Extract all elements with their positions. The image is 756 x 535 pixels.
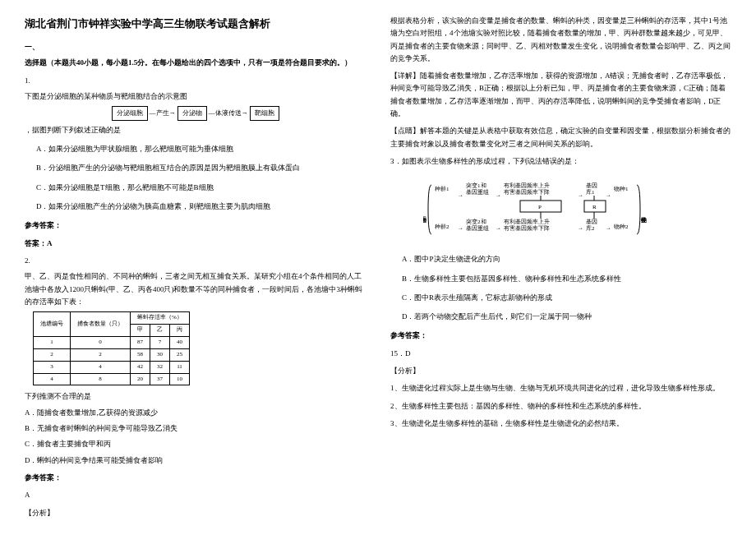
table-row: 22583025 — [34, 348, 190, 361]
flow-box-b: 分泌物 — [177, 106, 207, 121]
q2-option-c: C．捕食者主要捕食甲和丙 — [25, 438, 366, 450]
q3-analysis-3: 3、生物进化是生物多样性的基础，生物多样性是生物进化的必然结果。 — [390, 417, 731, 430]
svg-text:基因库1: 基因库1 — [586, 182, 597, 196]
q2-prompt: 下列推测不合理的是 — [25, 390, 366, 403]
q2-data-table: 池塘编号 捕食者数量（只） 蝌蚪存活率（%） 甲 乙 丙 1087740 225… — [33, 311, 190, 385]
svg-text:有利基因频率上升有害基因频率下降: 有利基因频率上升有害基因频率下降 — [504, 219, 550, 232]
q1-option-b: B．分泌细胞产生的分泌物与靶细胞相互结合的原因是因为靶细胞膜上有载体蛋白 — [36, 162, 366, 174]
analysis-label: 【分析】 — [25, 507, 366, 519]
th-b: 乙 — [150, 325, 170, 337]
right-label: 生物多样性 — [641, 217, 648, 223]
q2-option-d: D．蝌蚪的种间竞争结果可能受捕食者影响 — [25, 454, 366, 467]
svg-text:种群2: 种群2 — [435, 224, 449, 230]
q1-prompt: ，据图判断下列叙述正确的是 — [25, 124, 366, 136]
svg-text:→: → — [458, 225, 463, 232]
q2-option-b: B．无捕食者时蝌蚪的种间竞争可能导致乙消失 — [25, 422, 366, 435]
q3-diagram: 同种生物 种群1 → 突变1和基因重组 → 有利基因频率上升有害基因频率下降 →… — [423, 173, 731, 247]
left-label: 同种生物 — [423, 216, 426, 223]
q1-option-d: D．如果分泌细胞产生的分泌物为胰高血糖素，则靶细胞主要为肌肉细胞 — [36, 201, 366, 213]
svg-text:突变2和基因重组: 突变2和基因重组 — [466, 219, 489, 232]
q1-stem: 下图是分泌细胞的某种物质与靶细胞结合的示意图 — [25, 90, 366, 103]
analysis-text: 根据表格分析，该实验的自变量是捕食者的数量、蝌蚪的种类，因变量是三种蝌蚪的存活率… — [390, 15, 731, 65]
th-c: 丙 — [170, 325, 190, 337]
q2-number: 2. — [25, 255, 366, 267]
page-title: 湖北省荆门市钟祥实验中学高三生物联考试题含解析 — [25, 15, 366, 33]
q3-answer-label: 参考答案： — [390, 330, 731, 342]
q3-option-b: B．生物多样性主要包括基因多样性、物种多样性和生态系统多样性 — [402, 273, 731, 285]
svg-text:P: P — [538, 204, 542, 210]
q2-stem: 甲、乙、丙是食性相同的、不同种的蝌蚪，三者之间无相互捕食关系。某研究小组在4个条… — [25, 270, 366, 308]
svg-text:物种1: 物种1 — [614, 186, 629, 192]
q3-analysis-1: 1、生物进化过程实际上是生物与生物、生物与无机环境共同进化的过程，进化导致生物多… — [390, 382, 731, 394]
svg-text:R: R — [592, 204, 597, 210]
table-row: 48203710 — [34, 373, 190, 385]
q3-option-a: A．图中P决定生物进化的方向 — [402, 253, 731, 265]
q3-stem: 3．如图表示生物多样性的形成过程，下列说法错误的是： — [390, 155, 731, 168]
flow-box-a: 分泌细胞 — [112, 106, 148, 121]
arrow-icon: —产生→ — [150, 109, 176, 117]
q1-flowchart: 分泌细胞 —产生→ 分泌物 —体液传送→ 靶细胞 — [25, 106, 366, 121]
svg-text:→: → — [578, 225, 583, 232]
svg-text:→: → — [578, 192, 583, 199]
section-heading: 一、 — [25, 41, 366, 53]
q2-answer-label: 参考答案： — [25, 472, 366, 484]
th-predator: 捕食者数量（只） — [71, 312, 131, 337]
detail-text: 【详解】随着捕食者数量增加，乙存活率增加，获得的资源增加，A错误；无捕食者时，乙… — [390, 70, 731, 120]
arrow-icon: —体液传送→ — [209, 109, 248, 117]
q1-option-a: A．如果分泌细胞为甲状腺细胞，那么靶细胞可能为垂体细胞 — [36, 143, 366, 155]
q2-option-a: A．随捕食者数量增加,乙获得的资源减少 — [25, 407, 366, 419]
q3-option-d: D．若两个动物交配后产生后代，则它们一定属于同一物种 — [402, 311, 731, 323]
svg-text:种群1: 种群1 — [435, 186, 449, 192]
svg-text:→: → — [458, 192, 463, 199]
svg-text:突变1和基因重组: 突变1和基因重组 — [466, 182, 489, 196]
flow-box-c: 靶细胞 — [250, 106, 279, 121]
q1-option-c: C．如果分泌细胞是T细胞，那么靶细胞不可能是B细胞 — [36, 182, 366, 194]
q1-number: 1. — [25, 75, 366, 87]
svg-text:物种2: 物种2 — [614, 224, 629, 230]
q3-answer: 15．D — [390, 348, 731, 360]
th-pool: 池塘编号 — [34, 312, 71, 337]
q3-option-c: C．图中R表示生殖隔离，它标志新物种的形成 — [402, 292, 731, 304]
q1-answer-label: 参考答案： — [25, 219, 366, 232]
th-survival: 蝌蚪存活率（%） — [131, 312, 190, 325]
th-a: 甲 — [131, 325, 150, 337]
svg-text:基因库2: 基因库2 — [586, 219, 597, 232]
svg-text:→: → — [496, 192, 501, 199]
section-instructions: 选择题（本题共40小题，每小题1.5分。在每小题给出的四个选项中，只有一项是符合… — [25, 57, 366, 69]
svg-text:→: → — [606, 192, 611, 199]
svg-text:有利基因频率上升有害基因频率下降: 有利基因频率上升有害基因频率下降 — [504, 182, 550, 196]
point-text: 【点睛】解答本题的关键是从表格中获取有效信息，确定实验的自变量和因变量，根据数据… — [390, 125, 731, 150]
table-row: 34423211 — [34, 361, 190, 373]
q3-analysis-label: 【分析】 — [390, 365, 731, 377]
q3-analysis-2: 2、生物多样性主要包括：基因的多样性、物种的多样性和生态系统的多样性。 — [390, 400, 731, 413]
svg-text:→: → — [496, 225, 501, 232]
q2-answer: A — [25, 489, 366, 501]
table-row: 1087740 — [34, 336, 190, 348]
svg-text:→: → — [606, 225, 611, 232]
q1-answer: 答案：A — [25, 238, 366, 250]
